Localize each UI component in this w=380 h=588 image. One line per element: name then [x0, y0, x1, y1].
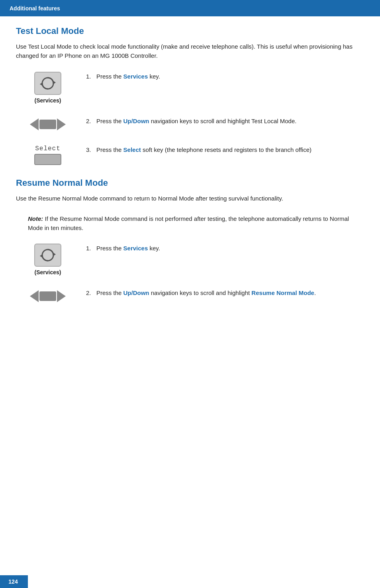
select-icon-container: Select — [16, 145, 80, 165]
note-label: Note: — [28, 215, 43, 222]
section2: Resume Normal Mode Use the Resume Normal… — [16, 178, 364, 305]
step-row: (Services) 1. Press the Services key. — [16, 72, 364, 104]
services-label: (Services) — [35, 97, 61, 104]
section2-title: Resume Normal Mode — [16, 178, 364, 188]
select-display-text: Select — [35, 145, 61, 152]
services-label-2: (Services) — [35, 269, 61, 275]
services-svg-2 — [39, 247, 57, 263]
svg-marker-1 — [53, 81, 56, 84]
page-content: Test Local Mode Use Test Local Mode to c… — [0, 26, 380, 341]
section2-steps: (Services) 1. Press the Services key. — [16, 244, 364, 304]
nav-keys-svg-2 — [30, 288, 66, 304]
section1-steps: (Services) 1. Press the Services key. — [16, 72, 364, 165]
section2-description: Use the Resume Normal Mode command to re… — [16, 194, 364, 203]
svg-rect-10 — [39, 291, 56, 301]
services-key-icon-2 — [34, 244, 61, 267]
step-number: 1. — [86, 72, 96, 81]
svg-marker-8 — [40, 254, 42, 258]
services-key-icon — [34, 72, 61, 95]
nav-keys-svg — [30, 116, 66, 132]
step-row: Select 3. Press the Select soft key (the… — [16, 145, 364, 165]
step1-content: Press the Services key. — [96, 72, 160, 81]
step-row: (Services) 1. Press the Services key. — [16, 244, 364, 275]
services-icon-container: (Services) — [16, 72, 80, 104]
svg-rect-4 — [39, 120, 56, 129]
page-number: 124 — [0, 575, 28, 588]
header-bar: Additional features — [0, 0, 380, 16]
header-title: Additional features — [10, 5, 60, 12]
step-number: 1. — [86, 244, 96, 253]
step2-highlight: Up/Down — [123, 118, 149, 124]
svg-marker-2 — [40, 83, 42, 86]
s2-step1-text: 1. Press the Services key. — [80, 244, 364, 253]
step-number: 3. — [86, 145, 96, 154]
s2-step2-highlight2: Resume Normal Mode — [251, 289, 314, 296]
select-key: Select — [34, 145, 61, 165]
section1-description: Use Test Local Mode to check local mode … — [16, 42, 364, 61]
section1: Test Local Mode Use Test Local Mode to c… — [16, 26, 364, 165]
step-number: 2. — [86, 116, 96, 126]
svg-marker-11 — [57, 290, 66, 302]
s2-step2-text: 2. Press the Up/Down navigation keys to … — [80, 288, 364, 297]
step-row: 2. Press the Up/Down navigation keys to … — [16, 116, 364, 132]
s2-step2-content: Press the Up/Down navigation keys to scr… — [96, 288, 316, 297]
note-block: Note: If the Resume Normal Mode command … — [28, 214, 364, 233]
step-number: 2. — [86, 288, 96, 297]
svg-marker-7 — [53, 253, 56, 256]
step3-text: 3. Press the Select soft key (the teleph… — [80, 145, 364, 154]
s2-step2-highlight: Up/Down — [123, 289, 149, 296]
step3-content: Press the Select soft key (the telephone… — [96, 145, 311, 154]
updown-nav-icon — [30, 116, 66, 132]
updown-icon-container-2 — [16, 288, 80, 304]
select-key-button — [34, 154, 61, 165]
updown-nav-icon-2 — [30, 288, 66, 304]
services-icon-container-2: (Services) — [16, 244, 80, 275]
services-svg — [39, 75, 57, 91]
svg-marker-9 — [30, 290, 39, 302]
step2-content: Press the Up/Down navigation keys to scr… — [96, 116, 296, 126]
step3-highlight: Select — [123, 146, 141, 153]
note-text: If the Resume Normal Mode command is not… — [28, 215, 349, 231]
step-row: 2. Press the Up/Down navigation keys to … — [16, 288, 364, 304]
svg-marker-5 — [57, 118, 66, 130]
step1-text: 1. Press the Services key. — [80, 72, 364, 81]
s2-step1-content: Press the Services key. — [96, 244, 160, 253]
s2-step1-highlight: Services — [123, 245, 148, 252]
step1-highlight: Services — [123, 73, 148, 80]
svg-marker-3 — [30, 118, 39, 130]
step2-text: 2. Press the Up/Down navigation keys to … — [80, 116, 364, 126]
section1-title: Test Local Mode — [16, 26, 364, 36]
updown-icon-container — [16, 116, 80, 132]
